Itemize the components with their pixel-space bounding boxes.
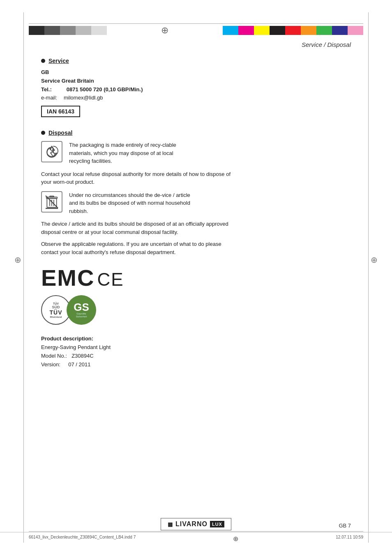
no-bin-row: Under no circumstances should the de-vic… (41, 191, 351, 215)
bottom-brand-bar: ▩ LIVARNO LUX (0, 518, 392, 530)
livarno-h-mark: ▩ (168, 521, 173, 527)
version-value: 07 / 2011 (68, 361, 90, 368)
color-cyan (223, 26, 238, 35)
crosshair-center-top: ⊕ (107, 25, 223, 36)
recycling-text: The packaging is made entirely of recy-c… (69, 141, 192, 165)
left-border-line (23, 12, 24, 543)
disposal-section: Disposal The packaging is made entirely … (41, 130, 351, 256)
tuv-sub: SÜD (52, 305, 60, 309)
disposal-heading-text: Disposal (48, 130, 72, 136)
color-yellow (254, 26, 270, 35)
page-header: Service / Disposal (302, 41, 351, 48)
no-bin-icon (44, 194, 60, 210)
disposal-heading: Disposal (41, 130, 351, 136)
color-black2 (270, 26, 285, 35)
email-value: milomex@lidl.gb (64, 94, 103, 102)
tel-label: Tel.: (41, 86, 52, 94)
service-gb-label: Service Great Britain (41, 77, 351, 86)
gs-sub: GeprüfteSicherheit (76, 312, 87, 318)
service-email-line: e-mail: milomex@lidl.gb (41, 94, 351, 102)
color-blue (332, 26, 348, 35)
tuv-top-text: TÜV (53, 302, 59, 305)
tuv-word: TÜV (50, 309, 62, 316)
recycling-icon-box (41, 141, 62, 162)
service-heading-text: Service (48, 58, 69, 64)
page-header-text: Service / Disposal (302, 41, 351, 48)
footer-file-info: 66143_livx_Deckenleuchte_Z30894C_Content… (29, 535, 136, 543)
main-content: Service GB Service Great Britain Tel.: 0… (41, 49, 351, 506)
email-label: e-mail: (41, 94, 57, 102)
product-name: Energy-Saving Pendant Light (41, 343, 351, 352)
gs-letters: GS (74, 302, 89, 312)
color-green (316, 26, 332, 35)
lux-badge: LUX (210, 521, 224, 527)
service-bullet (41, 59, 45, 63)
model-line: Model No.: Z30894C (41, 352, 351, 361)
service-tel-line: Tel.: 0871 5000 720 (0,10 GBP/Min.) (41, 86, 351, 94)
color-magenta (238, 26, 254, 35)
svg-rect-2 (50, 196, 54, 197)
ce-label: CE (97, 269, 124, 290)
bottom-border-line (29, 531, 363, 532)
product-description: Product description: Energy-Saving Penda… (41, 335, 351, 369)
version-line: Version: 07 / 2011 (41, 361, 351, 369)
no-bin-text: Under no circumstances should the de-vic… (69, 191, 192, 215)
ian-number: IAN 66143 (47, 108, 74, 115)
color-black (29, 26, 44, 35)
tuv-gs-logo: TÜV SÜD TÜV Rheinland GS GeprüfteSicherh… (41, 295, 351, 325)
tel-number: 0871 5000 720 (0,10 GBP/Min.) (67, 86, 143, 94)
dispose-para: The device / article and its bulbs shoul… (41, 220, 238, 236)
no-bin-icon-box (41, 191, 62, 213)
ian-box: IAN 66143 (41, 106, 80, 117)
color-dark-gray (44, 26, 60, 35)
svg-line-6 (46, 196, 58, 208)
contact-para: Contact your local refuse disposal autho… (41, 170, 238, 186)
service-heading: Service (41, 58, 351, 64)
emc-label: EMC (41, 264, 95, 291)
service-section: Service GB Service Great Britain Tel.: 0… (41, 58, 351, 125)
footer-line: 66143_livx_Deckenleuchte_Z30894C_Content… (0, 532, 392, 543)
footer-date: 12.07.11 10:59 (336, 535, 363, 543)
color-red (285, 26, 301, 35)
color-bar-left (29, 26, 107, 35)
service-info-block: GB Service Great Britain Tel.: 0871 5000… (41, 68, 351, 102)
model-label: Model No.: (41, 353, 67, 359)
emc-ce-text: EMC CE (41, 264, 351, 291)
service-country: GB (41, 68, 351, 77)
top-border-line (29, 23, 363, 24)
color-bar-right (223, 26, 363, 35)
footer-crosshair: ⊕ (233, 535, 238, 543)
disposal-bullet (41, 131, 45, 135)
page-number: GB 7 (339, 523, 351, 529)
top-bar-area: ⊕ (0, 25, 392, 36)
color-orange (301, 26, 316, 35)
recycling-row: The packaging is made entirely of recy-c… (41, 141, 351, 165)
color-gray (60, 26, 76, 35)
version-label: Version: (41, 361, 60, 368)
tuv-bottom-text: Rheinland (50, 316, 62, 318)
right-border-line (368, 12, 369, 543)
crosshair-right: ⊕ (371, 255, 378, 265)
model-value: Z30894C (71, 353, 93, 359)
gs-box: GS GeprüfteSicherheit (67, 295, 96, 325)
color-white-gray (91, 26, 107, 35)
crosshair-left: ⊕ (14, 255, 21, 265)
color-light-gray (76, 26, 91, 35)
product-desc-title: Product description: (41, 335, 351, 343)
brand-name: LIVARNO (175, 520, 208, 528)
observe-para: Observe the applicable regulations. If y… (41, 240, 238, 256)
recycling-icon (44, 143, 60, 160)
color-pink (348, 26, 363, 35)
emc-section: EMC CE TÜV SÜD TÜV Rheinland GS Geprüfte… (41, 264, 351, 369)
livarno-logo: ▩ LIVARNO LUX (161, 518, 231, 530)
